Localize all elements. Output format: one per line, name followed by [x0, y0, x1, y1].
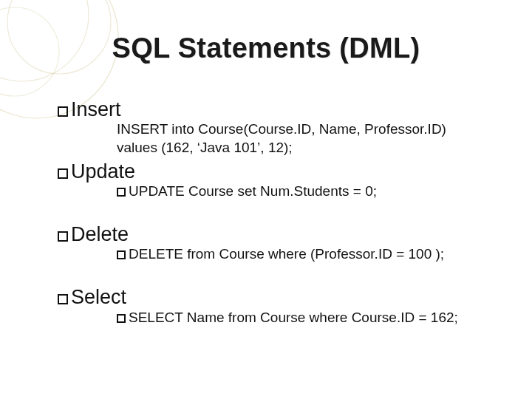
bullet-icon	[117, 314, 126, 323]
insert-code-line2: values (162, ‘Java 101’, 12);	[117, 140, 488, 157]
bullet-select: Select	[58, 287, 495, 307]
delete-code: DELETE from Course where (Professor.ID =…	[117, 246, 488, 263]
bullet-label: Insert	[71, 98, 121, 120]
bullet-insert: Insert	[58, 99, 495, 120]
bullet-icon	[58, 168, 68, 179]
slide: SQL Statements (DML) Insert INSERT into …	[0, 0, 532, 399]
update-code: UPDATE Course set Num.Students = 0;	[117, 183, 488, 200]
slide-body: Insert INSERT into Course(Course.ID, Nam…	[58, 99, 495, 327]
bullet-icon	[58, 231, 68, 242]
bullet-label: Select	[71, 286, 126, 308]
code-text: DELETE from Course where (Professor.ID =…	[129, 246, 444, 262]
bullet-label: Delete	[71, 223, 129, 245]
code-text: SELECT Name from Course where Course.ID …	[129, 310, 458, 325]
bullet-icon	[117, 250, 126, 259]
insert-code-line1: INSERT into Course(Course.ID, Name, Prof…	[117, 121, 488, 138]
bullet-update: Update	[58, 161, 495, 182]
bullet-delete: Delete	[58, 224, 495, 245]
bullet-icon	[117, 188, 126, 197]
bullet-label: Update	[71, 160, 135, 183]
slide-title: SQL Statements (DML)	[0, 33, 532, 64]
bullet-icon	[58, 106, 68, 117]
bullet-icon	[58, 294, 68, 304]
select-code: SELECT Name from Course where Course.ID …	[117, 310, 488, 327]
code-text: UPDATE Course set Num.Students = 0;	[129, 183, 377, 199]
